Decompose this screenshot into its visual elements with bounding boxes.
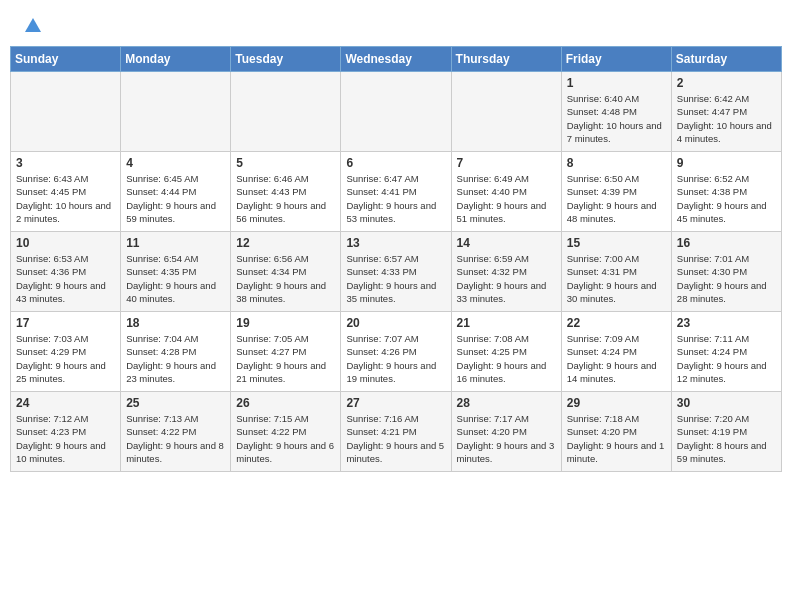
calendar-day-26: 26Sunrise: 7:15 AM Sunset: 4:22 PM Dayli…: [231, 392, 341, 472]
day-info: Sunrise: 7:05 AM Sunset: 4:27 PM Dayligh…: [236, 332, 335, 385]
day-info: Sunrise: 6:56 AM Sunset: 4:34 PM Dayligh…: [236, 252, 335, 305]
day-number: 30: [677, 396, 776, 410]
column-header-wednesday: Wednesday: [341, 47, 451, 72]
day-info: Sunrise: 7:16 AM Sunset: 4:21 PM Dayligh…: [346, 412, 445, 465]
day-number: 29: [567, 396, 666, 410]
column-header-friday: Friday: [561, 47, 671, 72]
day-number: 5: [236, 156, 335, 170]
day-info: Sunrise: 7:12 AM Sunset: 4:23 PM Dayligh…: [16, 412, 115, 465]
day-info: Sunrise: 7:17 AM Sunset: 4:20 PM Dayligh…: [457, 412, 556, 465]
day-info: Sunrise: 6:47 AM Sunset: 4:41 PM Dayligh…: [346, 172, 445, 225]
day-info: Sunrise: 6:46 AM Sunset: 4:43 PM Dayligh…: [236, 172, 335, 225]
calendar-week-2: 3Sunrise: 6:43 AM Sunset: 4:45 PM Daylig…: [11, 152, 782, 232]
calendar-day-25: 25Sunrise: 7:13 AM Sunset: 4:22 PM Dayli…: [121, 392, 231, 472]
day-number: 28: [457, 396, 556, 410]
calendar-day-8: 8Sunrise: 6:50 AM Sunset: 4:39 PM Daylig…: [561, 152, 671, 232]
day-info: Sunrise: 7:11 AM Sunset: 4:24 PM Dayligh…: [677, 332, 776, 385]
day-info: Sunrise: 7:20 AM Sunset: 4:19 PM Dayligh…: [677, 412, 776, 465]
calendar-day-29: 29Sunrise: 7:18 AM Sunset: 4:20 PM Dayli…: [561, 392, 671, 472]
calendar-day-12: 12Sunrise: 6:56 AM Sunset: 4:34 PM Dayli…: [231, 232, 341, 312]
day-number: 18: [126, 316, 225, 330]
empty-cell: [341, 72, 451, 152]
day-info: Sunrise: 7:13 AM Sunset: 4:22 PM Dayligh…: [126, 412, 225, 465]
day-info: Sunrise: 7:08 AM Sunset: 4:25 PM Dayligh…: [457, 332, 556, 385]
day-number: 11: [126, 236, 225, 250]
day-info: Sunrise: 7:15 AM Sunset: 4:22 PM Dayligh…: [236, 412, 335, 465]
calendar-day-4: 4Sunrise: 6:45 AM Sunset: 4:44 PM Daylig…: [121, 152, 231, 232]
logo: [20, 18, 41, 36]
day-number: 25: [126, 396, 225, 410]
column-header-saturday: Saturday: [671, 47, 781, 72]
column-header-tuesday: Tuesday: [231, 47, 341, 72]
day-info: Sunrise: 6:40 AM Sunset: 4:48 PM Dayligh…: [567, 92, 666, 145]
day-info: Sunrise: 7:18 AM Sunset: 4:20 PM Dayligh…: [567, 412, 666, 465]
calendar-day-15: 15Sunrise: 7:00 AM Sunset: 4:31 PM Dayli…: [561, 232, 671, 312]
day-number: 10: [16, 236, 115, 250]
svg-marker-0: [25, 18, 41, 32]
day-info: Sunrise: 7:09 AM Sunset: 4:24 PM Dayligh…: [567, 332, 666, 385]
day-number: 16: [677, 236, 776, 250]
empty-cell: [11, 72, 121, 152]
day-number: 8: [567, 156, 666, 170]
calendar-day-21: 21Sunrise: 7:08 AM Sunset: 4:25 PM Dayli…: [451, 312, 561, 392]
day-number: 27: [346, 396, 445, 410]
calendar-day-10: 10Sunrise: 6:53 AM Sunset: 4:36 PM Dayli…: [11, 232, 121, 312]
calendar-day-7: 7Sunrise: 6:49 AM Sunset: 4:40 PM Daylig…: [451, 152, 561, 232]
calendar-day-20: 20Sunrise: 7:07 AM Sunset: 4:26 PM Dayli…: [341, 312, 451, 392]
column-header-thursday: Thursday: [451, 47, 561, 72]
day-number: 7: [457, 156, 556, 170]
day-number: 24: [16, 396, 115, 410]
calendar-day-23: 23Sunrise: 7:11 AM Sunset: 4:24 PM Dayli…: [671, 312, 781, 392]
day-info: Sunrise: 7:03 AM Sunset: 4:29 PM Dayligh…: [16, 332, 115, 385]
column-header-monday: Monday: [121, 47, 231, 72]
calendar-day-16: 16Sunrise: 7:01 AM Sunset: 4:30 PM Dayli…: [671, 232, 781, 312]
calendar-day-22: 22Sunrise: 7:09 AM Sunset: 4:24 PM Dayli…: [561, 312, 671, 392]
day-number: 14: [457, 236, 556, 250]
day-info: Sunrise: 7:07 AM Sunset: 4:26 PM Dayligh…: [346, 332, 445, 385]
day-info: Sunrise: 6:43 AM Sunset: 4:45 PM Dayligh…: [16, 172, 115, 225]
day-info: Sunrise: 6:57 AM Sunset: 4:33 PM Dayligh…: [346, 252, 445, 305]
calendar-day-5: 5Sunrise: 6:46 AM Sunset: 4:43 PM Daylig…: [231, 152, 341, 232]
calendar-day-3: 3Sunrise: 6:43 AM Sunset: 4:45 PM Daylig…: [11, 152, 121, 232]
day-number: 2: [677, 76, 776, 90]
calendar-week-3: 10Sunrise: 6:53 AM Sunset: 4:36 PM Dayli…: [11, 232, 782, 312]
calendar-week-4: 17Sunrise: 7:03 AM Sunset: 4:29 PM Dayli…: [11, 312, 782, 392]
empty-cell: [121, 72, 231, 152]
day-number: 6: [346, 156, 445, 170]
day-info: Sunrise: 7:00 AM Sunset: 4:31 PM Dayligh…: [567, 252, 666, 305]
page-header: [10, 10, 782, 40]
day-info: Sunrise: 6:50 AM Sunset: 4:39 PM Dayligh…: [567, 172, 666, 225]
calendar-day-9: 9Sunrise: 6:52 AM Sunset: 4:38 PM Daylig…: [671, 152, 781, 232]
calendar-day-28: 28Sunrise: 7:17 AM Sunset: 4:20 PM Dayli…: [451, 392, 561, 472]
calendar-header-row: SundayMondayTuesdayWednesdayThursdayFrid…: [11, 47, 782, 72]
calendar-day-1: 1Sunrise: 6:40 AM Sunset: 4:48 PM Daylig…: [561, 72, 671, 152]
day-info: Sunrise: 6:45 AM Sunset: 4:44 PM Dayligh…: [126, 172, 225, 225]
day-number: 4: [126, 156, 225, 170]
day-number: 26: [236, 396, 335, 410]
day-number: 19: [236, 316, 335, 330]
calendar-week-1: 1Sunrise: 6:40 AM Sunset: 4:48 PM Daylig…: [11, 72, 782, 152]
day-number: 1: [567, 76, 666, 90]
empty-cell: [451, 72, 561, 152]
day-info: Sunrise: 6:49 AM Sunset: 4:40 PM Dayligh…: [457, 172, 556, 225]
empty-cell: [231, 72, 341, 152]
calendar-table: SundayMondayTuesdayWednesdayThursdayFrid…: [10, 46, 782, 472]
calendar-day-24: 24Sunrise: 7:12 AM Sunset: 4:23 PM Dayli…: [11, 392, 121, 472]
day-number: 12: [236, 236, 335, 250]
calendar-day-14: 14Sunrise: 6:59 AM Sunset: 4:32 PM Dayli…: [451, 232, 561, 312]
day-number: 13: [346, 236, 445, 250]
calendar-day-30: 30Sunrise: 7:20 AM Sunset: 4:19 PM Dayli…: [671, 392, 781, 472]
day-info: Sunrise: 7:04 AM Sunset: 4:28 PM Dayligh…: [126, 332, 225, 385]
calendar-day-6: 6Sunrise: 6:47 AM Sunset: 4:41 PM Daylig…: [341, 152, 451, 232]
day-info: Sunrise: 6:52 AM Sunset: 4:38 PM Dayligh…: [677, 172, 776, 225]
column-header-sunday: Sunday: [11, 47, 121, 72]
day-info: Sunrise: 7:01 AM Sunset: 4:30 PM Dayligh…: [677, 252, 776, 305]
calendar-day-17: 17Sunrise: 7:03 AM Sunset: 4:29 PM Dayli…: [11, 312, 121, 392]
day-number: 17: [16, 316, 115, 330]
calendar-day-13: 13Sunrise: 6:57 AM Sunset: 4:33 PM Dayli…: [341, 232, 451, 312]
day-number: 20: [346, 316, 445, 330]
day-number: 23: [677, 316, 776, 330]
day-number: 21: [457, 316, 556, 330]
day-info: Sunrise: 6:54 AM Sunset: 4:35 PM Dayligh…: [126, 252, 225, 305]
day-number: 22: [567, 316, 666, 330]
